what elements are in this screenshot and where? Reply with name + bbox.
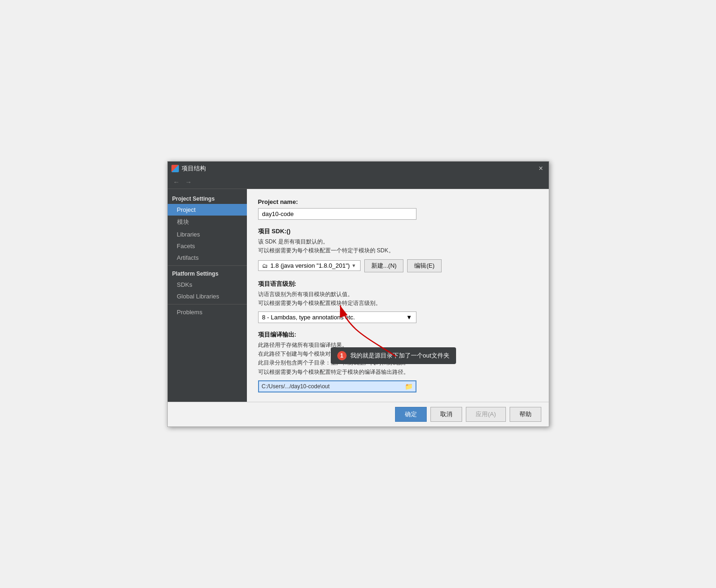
sidebar-item-facets[interactable]: Facets <box>168 240 247 252</box>
tooltip-bubble: 1 我的就是源目录下加了一个out文件夹 <box>331 347 456 364</box>
cancel-button[interactable]: 取消 <box>430 407 462 422</box>
annotation-container: 1 我的就是源目录下加了一个out文件夹 <box>331 347 456 364</box>
chevron-down-icon-2: ▼ <box>406 314 412 321</box>
tooltip-text: 我的就是源目录下加了一个out文件夹 <box>350 351 450 360</box>
sdk-section-title: 项目 SDK:() <box>258 227 538 236</box>
project-name-label: Project name: <box>258 198 538 205</box>
dialog-footer: 确定 取消 应用(A) 帮助 <box>168 402 549 426</box>
forward-button[interactable]: → <box>184 177 194 187</box>
dialog-body: Project Settings Project 模块 Libraries Fa… <box>168 189 549 402</box>
sidebar-item-artifacts[interactable]: Artifacts <box>168 252 247 264</box>
sidebar-item-libraries[interactable]: Libraries <box>168 229 247 240</box>
close-button[interactable]: × <box>537 164 545 173</box>
sdk-new-button[interactable]: 新建...(N) <box>364 259 404 272</box>
project-structure-dialog: 项目结构 × ← → Project Settings Project 模块 L… <box>167 161 549 427</box>
lang-value: 8 - Lambdas, type annotations etc. <box>262 314 355 321</box>
project-settings-label: Project Settings <box>168 193 247 204</box>
output-path-text: C:/Users/.../day10-code\out <box>262 383 403 390</box>
step-number: 1 <box>337 351 347 360</box>
sidebar-divider <box>168 265 247 266</box>
sdk-dropdown[interactable]: 🗂 1.8 (java version "1.8.0_201") ▼ <box>258 260 361 271</box>
back-button[interactable]: ← <box>171 177 182 187</box>
sidebar-divider-2 <box>168 304 247 304</box>
sdk-value: 1.8 (java version "1.8.0_201") <box>271 262 350 269</box>
sdk-edit-button[interactable]: 编辑(E) <box>407 259 441 272</box>
sidebar-item-problems[interactable]: Problems <box>168 306 247 318</box>
apply-button[interactable]: 应用(A) <box>466 407 505 422</box>
project-name-input[interactable] <box>258 208 416 220</box>
title-bar-left: 项目结构 <box>171 164 206 173</box>
app-icon <box>171 165 179 172</box>
lang-desc: 访语言级别为所有项目模块的默认值。 可以根据需要为每个模块配置模块特定语言级别。 <box>258 290 538 308</box>
dialog-title: 项目结构 <box>182 164 206 173</box>
sidebar-item-project[interactable]: Project <box>168 204 247 216</box>
sdk-icon: 🗂 <box>262 263 268 269</box>
sidebar-item-sdks[interactable]: SDKs <box>168 279 247 291</box>
folder-browse-icon[interactable]: 📁 <box>405 383 413 390</box>
help-button[interactable]: 帮助 <box>510 407 541 422</box>
sidebar-item-global-libraries[interactable]: Global Libraries <box>168 291 247 302</box>
confirm-button[interactable]: 确定 <box>395 407 427 422</box>
lang-section-title: 项目语言级别: <box>258 280 538 288</box>
output-section-title: 项目编译输出: <box>258 331 538 339</box>
platform-settings-label: Platform Settings <box>168 268 247 279</box>
lang-dropdown[interactable]: 8 - Lambdas, type annotations etc. ▼ <box>258 311 416 323</box>
dialog-nav: ← → <box>168 176 549 189</box>
main-content: Project name: 项目 SDK:() 该 SDK 是所有项目默认的。 … <box>247 189 549 402</box>
sdk-desc: 该 SDK 是所有项目默认的。 可以根据需要为每个模块配置一个特定于模块的 SD… <box>258 237 538 255</box>
sidebar: Project Settings Project 模块 Libraries Fa… <box>168 189 247 402</box>
sidebar-item-modules[interactable]: 模块 <box>168 216 247 229</box>
title-bar: 项目结构 × <box>168 162 549 176</box>
chevron-down-icon: ▼ <box>352 263 356 268</box>
sdk-row: 🗂 1.8 (java version "1.8.0_201") ▼ 新建...… <box>258 259 538 272</box>
output-path-row: C:/Users/.../day10-code\out 📁 <box>258 380 416 392</box>
